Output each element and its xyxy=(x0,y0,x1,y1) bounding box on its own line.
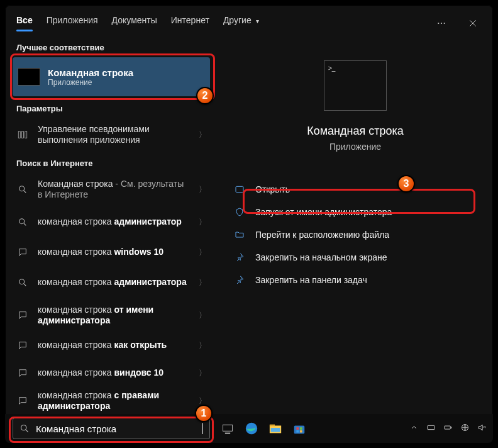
svg-rect-21 xyxy=(294,425,305,434)
action-open-location[interactable]: Перейти к расположению файла xyxy=(234,223,477,246)
annotation-badge-2: 2 xyxy=(196,87,214,104)
explorer-icon[interactable] xyxy=(268,421,283,436)
web-result-4-text: командная строка администратора xyxy=(38,277,190,288)
more-icon xyxy=(436,18,446,28)
svg-point-17 xyxy=(246,423,257,434)
chat-icon xyxy=(16,368,29,378)
web-result-5[interactable]: командная строка от имени администратора… xyxy=(5,299,218,332)
annotation-badge-1: 1 xyxy=(195,405,213,422)
settings-item-app-alias[interactable]: Управление псевдонимами выполнения прило… xyxy=(5,118,218,151)
svg-rect-28 xyxy=(451,427,451,428)
search-input[interactable] xyxy=(36,423,196,434)
action-open-label: Открыть xyxy=(255,184,290,194)
svg-rect-27 xyxy=(445,426,450,429)
detail-title: Командная строка xyxy=(307,125,404,138)
detail-subtitle: Приложение xyxy=(329,142,381,152)
web-result-2-text: командная строка администратор xyxy=(38,216,190,228)
pin-icon xyxy=(234,252,245,262)
store-icon[interactable] xyxy=(292,421,307,436)
chevron-right-icon: 〉 xyxy=(199,277,206,288)
chat-icon xyxy=(16,340,29,350)
web-result-8[interactable]: командная строка с правами администратор… xyxy=(5,387,218,414)
web-result-3-text: командная строка windows 10 xyxy=(38,247,190,258)
search-icon xyxy=(16,277,29,288)
open-icon xyxy=(234,184,245,194)
web-result-5-text: командная строка от имени администратора xyxy=(38,305,190,327)
chevron-right-icon: 〉 xyxy=(199,130,206,140)
action-pin-start-label: Закрепить на начальном экране xyxy=(255,252,387,262)
web-result-2[interactable]: командная строка администратор 〉 xyxy=(5,206,218,238)
pin-icon xyxy=(234,275,245,285)
chevron-down-icon: ▾ xyxy=(256,18,259,25)
tab-all[interactable]: Все xyxy=(16,15,33,31)
svg-point-10 xyxy=(19,279,25,284)
action-pin-taskbar-label: Закрепить на панели задач xyxy=(255,275,367,285)
system-tray[interactable] xyxy=(409,423,487,434)
close-button[interactable] xyxy=(464,14,482,32)
svg-point-0 xyxy=(438,23,439,24)
network-icon[interactable] xyxy=(460,423,470,434)
web-result-3[interactable]: командная строка windows 10 〉 xyxy=(5,238,218,266)
taskbar xyxy=(5,414,493,443)
chevron-right-icon: 〉 xyxy=(199,368,206,379)
search-box[interactable] xyxy=(13,418,210,439)
edge-icon[interactable] xyxy=(244,421,259,436)
svg-rect-3 xyxy=(18,132,20,138)
svg-line-11 xyxy=(24,284,26,286)
web-result-7[interactable]: командная строка виндовс 10 〉 xyxy=(5,359,218,387)
chevron-right-icon: 〉 xyxy=(199,340,206,351)
web-result-1[interactable]: Командная строка - См. результаты в Инте… xyxy=(5,173,218,206)
section-web: Поиск в Интернете xyxy=(5,151,218,173)
action-open[interactable]: Открыть xyxy=(234,178,477,201)
admin-shield-icon xyxy=(234,207,245,217)
web-result-6[interactable]: командная строка как открыть 〉 xyxy=(5,332,218,359)
battery-icon[interactable] xyxy=(443,423,453,434)
svg-rect-19 xyxy=(270,425,275,427)
chat-icon xyxy=(16,247,29,257)
action-pin-start[interactable]: Закрепить на начальном экране xyxy=(234,246,477,269)
tab-docs[interactable]: Документы xyxy=(112,15,157,31)
best-match-item[interactable]: Командная строка Приложение xyxy=(13,57,210,96)
svg-rect-23 xyxy=(300,427,302,430)
tab-internet[interactable]: Интернет xyxy=(171,15,209,31)
action-open-location-label: Перейти к расположению файла xyxy=(255,230,389,240)
svg-point-8 xyxy=(19,219,25,224)
best-match-subtitle: Приложение xyxy=(48,78,133,87)
section-best-match: Лучшее соответствие xyxy=(5,35,218,57)
settings-alias-icon xyxy=(16,129,29,140)
chat-icon xyxy=(16,310,29,320)
more-options-button[interactable] xyxy=(433,14,450,32)
tray-expand-icon[interactable] xyxy=(409,423,419,434)
detail-column: >_ Командная строка Приложение Открыть З… xyxy=(218,35,493,414)
svg-line-7 xyxy=(24,191,26,193)
svg-rect-12 xyxy=(236,186,243,192)
tab-apps[interactable]: Приложения xyxy=(47,15,98,31)
chevron-right-icon: 〉 xyxy=(199,184,206,195)
search-panel: Все Приложения Документы Интернет Другие… xyxy=(5,5,493,443)
action-pin-taskbar[interactable]: Закрепить на панели задач xyxy=(234,269,477,291)
task-view-icon[interactable] xyxy=(220,421,235,436)
svg-rect-20 xyxy=(271,428,280,432)
chevron-right-icon: 〉 xyxy=(199,247,206,258)
svg-rect-22 xyxy=(296,427,299,430)
action-run-as-admin[interactable]: Запуск от имени администратора xyxy=(234,201,477,223)
keyboard-icon[interactable] xyxy=(426,423,436,434)
web-result-8-text: командная строка с правами администратор… xyxy=(38,390,190,412)
chevron-right-icon: 〉 xyxy=(199,310,206,321)
results-column: Лучшее соответствие Командная строка При… xyxy=(5,35,218,414)
web-result-6-text: командная строка как открыть xyxy=(38,340,190,351)
svg-point-6 xyxy=(19,186,25,191)
volume-icon[interactable] xyxy=(477,423,487,434)
cmd-app-icon xyxy=(18,68,40,86)
chat-icon xyxy=(16,396,29,406)
svg-rect-16 xyxy=(225,433,230,434)
web-result-4[interactable]: командная строка администратора 〉 xyxy=(5,266,218,299)
taskbar-apps xyxy=(220,421,307,436)
svg-rect-5 xyxy=(25,132,27,138)
tab-other[interactable]: Другие ▾ xyxy=(223,15,259,31)
svg-point-2 xyxy=(444,23,445,24)
action-list: Открыть Запуск от имени администратора П… xyxy=(218,178,493,291)
svg-rect-4 xyxy=(22,132,24,138)
search-icon xyxy=(16,184,29,194)
annotation-badge-3: 3 xyxy=(397,175,415,193)
